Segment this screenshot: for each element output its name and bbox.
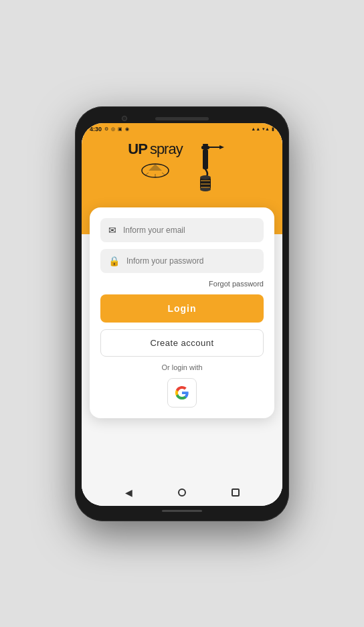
svg-rect-5 [203, 144, 208, 146]
front-camera [122, 116, 127, 121]
phone-frame: 4:30 ⚙ ◎ ▣ ◉ ▲▲ ▾▲ ▮ UPspray [75, 106, 289, 521]
wifi-icon: ▾▲ [262, 126, 270, 132]
email-icon: ✉ [108, 225, 116, 236]
logo-up: UP [128, 141, 147, 158]
status-right: ▲▲ ▾▲ ▮ [251, 126, 274, 132]
email-input-row[interactable]: ✉ [100, 218, 264, 242]
social-login-row [100, 378, 264, 408]
content-area: UPspray [82, 135, 282, 506]
bottom-nav: ◀ [82, 479, 282, 506]
svg-point-9 [200, 175, 211, 179]
forgot-password-link[interactable]: Forgot password [100, 280, 264, 288]
home-button[interactable] [175, 486, 189, 499]
back-button[interactable]: ◀ [122, 486, 135, 499]
status-left: 4:30 ⚙ ◎ ▣ ◉ [90, 126, 129, 132]
location-icon: ◎ [111, 126, 115, 132]
svg-point-10 [200, 187, 211, 191]
create-account-button[interactable]: Create account [100, 329, 264, 357]
email-input[interactable] [123, 226, 256, 235]
google-icon [175, 385, 189, 400]
spray-illustration [139, 161, 172, 181]
password-input-row[interactable]: 🔒 [100, 249, 264, 273]
or-login-label: Or login with [100, 363, 264, 371]
home-icon [178, 488, 186, 497]
settings-icon: ⚙ [104, 126, 108, 132]
recents-button[interactable] [229, 486, 242, 499]
lock-icon: 🔒 [108, 256, 120, 266]
svg-marker-1 [149, 164, 162, 171]
logo-spray: spray [150, 141, 183, 158]
svg-line-4 [162, 173, 165, 175]
recents-icon [232, 488, 240, 497]
phone-top [82, 113, 282, 123]
status-time: 4:30 [90, 126, 102, 132]
logo-area: UPspray [128, 141, 182, 158]
login-button[interactable]: Login [100, 294, 264, 323]
sim-icon: ▣ [118, 126, 122, 132]
machine-illustration [183, 141, 236, 194]
logo-container: UPspray [128, 141, 236, 194]
svg-rect-7 [203, 149, 208, 169]
speaker [155, 117, 209, 120]
home-indicator [162, 510, 202, 512]
google-login-button[interactable] [167, 378, 197, 408]
phone-screen: 4:30 ⚙ ◎ ▣ ◉ ▲▲ ▾▲ ▮ UPspray [82, 123, 282, 506]
svg-marker-15 [219, 145, 224, 149]
back-icon: ◀ [125, 487, 132, 498]
svg-line-2 [145, 173, 149, 175]
phone-bottom [82, 506, 282, 515]
status-bar: 4:30 ⚙ ◎ ▣ ◉ ▲▲ ▾▲ ▮ [82, 123, 282, 135]
signal-icon: ▲▲ [251, 126, 260, 131]
logo-left: UPspray [128, 141, 182, 181]
login-card: ✉ 🔒 Forgot password Login Create account [90, 207, 274, 418]
cast-icon: ◉ [125, 126, 129, 132]
password-input[interactable] [126, 256, 256, 266]
battery-icon: ▮ [272, 126, 274, 132]
